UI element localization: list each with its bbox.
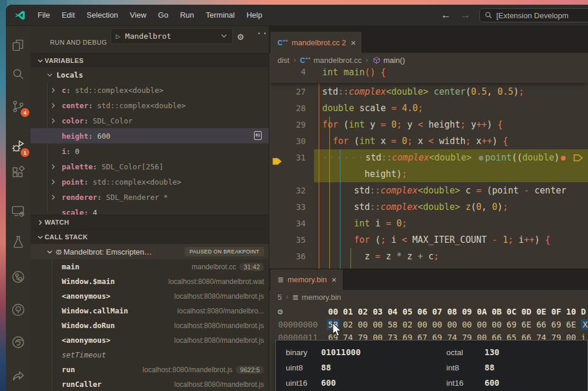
sticky-scroll-line[interactable]: 4int main() { — [269, 67, 588, 83]
code-line-28[interactable]: 28double scale = 4.0; — [269, 100, 588, 116]
variable-row-point[interactable]: point: std::complex<double> — [31, 174, 269, 189]
variable-row-c[interactable]: c: std::complex<double> — [31, 82, 269, 98]
breadcrumb-file[interactable]: mandelbrot.cc — [313, 56, 362, 65]
go-back-icon[interactable]: ← — [441, 9, 451, 21]
menu-file[interactable]: File — [32, 8, 56, 22]
menu-run[interactable]: Run — [174, 8, 200, 22]
code-line-35[interactable]: 35for (; i < MAX_ITER_COUNT - 1; i++) { — [269, 232, 588, 248]
tab-mandelbrot-cc[interactable]: C++ mandelbrot.cc 2 × — [270, 32, 362, 53]
hex-byte[interactable]: 00 — [446, 318, 460, 331]
variable-row-i[interactable]: i: 0 — [31, 143, 269, 159]
line-number: 31 — [280, 149, 306, 166]
activity-item-github[interactable] — [11, 302, 26, 318]
hex-byte[interactable]: 6E — [565, 318, 580, 331]
code-line-37[interactable]: 37if (std::abs(z) > 2.0) break; — [269, 265, 588, 269]
menu-selection[interactable]: Selection — [81, 8, 123, 22]
code-line-30[interactable]: 30for (int x = 0; x < width; x++) { — [269, 133, 588, 149]
menu-edit[interactable]: Edit — [56, 8, 81, 22]
hex-byte[interactable]: 58 — [386, 318, 401, 331]
view-binary-icon[interactable]: 01 — [254, 131, 262, 140]
hex-byte[interactable]: 00 — [416, 318, 431, 331]
chevron-right-icon[interactable] — [48, 101, 58, 110]
watch-section-header[interactable]: WATCH — [31, 215, 269, 229]
activity-item-source-control[interactable]: 4 — [11, 99, 26, 114]
variable-row-renderer[interactable]: renderer: SDL_Renderer * — [31, 189, 269, 205]
variables-section-header[interactable]: VARIABLES — [31, 53, 269, 68]
hex-byte[interactable]: 02 — [342, 318, 356, 331]
memory-breadcrumb[interactable]: 5 › ≣ memory.bin — [269, 290, 588, 304]
hex-byte[interactable]: 6E — [520, 318, 535, 331]
breadcrumb-symbol[interactable]: main() — [383, 56, 405, 65]
stack-frame-row[interactable]: Window.callMainlocalhost:8080/mandelbro.… — [31, 303, 269, 318]
breadcrumb-folder[interactable]: dist — [278, 56, 289, 65]
start-debug-icon[interactable]: ▷ — [116, 32, 121, 41]
chevron-right-icon[interactable] — [48, 192, 58, 202]
chevron-right-icon[interactable] — [48, 116, 58, 125]
breadcrumb[interactable]: dist › C++ mandelbrot.cc › main() — [269, 53, 588, 67]
activity-item-live-share[interactable] — [11, 369, 26, 384]
stack-frame-row[interactable]: Window.$mainlocalhost:8080/mandelbrot.wa… — [31, 274, 269, 289]
debug-session-row[interactable]: Mandelbrot: Emscripten… PAUSED ON BREAKP… — [31, 244, 269, 259]
call-stack-section-header[interactable]: CALL STACK — [31, 229, 269, 244]
stack-frame-row[interactable]: <anonymous>localhost:8080/mandelbrot.js — [31, 289, 269, 303]
code-line-34[interactable]: 34int i = 0; — [269, 215, 588, 232]
chevron-right-icon[interactable] — [48, 177, 58, 186]
activity-item-testing[interactable] — [11, 235, 26, 250]
activity-item-run-and-debug[interactable]: 1 — [11, 139, 26, 154]
stack-frame-row[interactable]: <anonymous>localhost:8080/mandelbrot.js — [31, 333, 269, 347]
activity-item-remote-explorer[interactable] — [11, 203, 26, 219]
activity-item-gitlens[interactable] — [11, 269, 26, 285]
stack-frame-row[interactable]: mainmandelbrot.cc31:42 — [31, 259, 269, 274]
command-center-search[interactable]: [Extension Developm — [479, 8, 588, 22]
close-icon[interactable]: × — [332, 275, 337, 285]
chevron-right-icon[interactable] — [48, 85, 58, 95]
hex-byte[interactable]: 69 — [506, 318, 520, 331]
menu-terminal[interactable]: Terminal — [200, 8, 240, 22]
code-text: std::complex<double> c = (point - center — [354, 182, 566, 199]
hex-byte[interactable]: 00 — [461, 318, 476, 331]
stack-frame-row[interactable]: runCallerlocalhost:8080/mandelbrot.js — [31, 377, 269, 391]
hex-byte[interactable]: 00 — [476, 318, 490, 331]
inline-breakpoint-dot-icon[interactable] — [479, 156, 483, 161]
menu-go[interactable]: Go — [152, 8, 174, 22]
code-line-31[interactable]: 31······std::complex<double> point((doub… — [269, 149, 588, 166]
breadcrumb-item[interactable]: 5 — [278, 293, 282, 302]
locals-group[interactable]: Locals — [31, 68, 269, 82]
activity-item-extensions[interactable] — [11, 165, 26, 181]
activity-item-search[interactable] — [11, 67, 26, 82]
stack-frame-row[interactable]: runlocalhost:8080/mandelbrot.js9622:5 — [31, 362, 269, 377]
code-line-33[interactable]: 33std::complex<double> z(0, 0); — [269, 199, 588, 215]
stack-frame-row[interactable]: setTimeout — [31, 347, 269, 362]
code-line-36[interactable]: 36z = z * z + c; — [269, 248, 588, 265]
launch-config-dropdown[interactable]: ▷ Mandelbrot — [111, 28, 233, 44]
stack-frame-row[interactable]: Window.doRunlocalhost:8080/mandelbrot.js — [31, 318, 269, 333]
hex-byte[interactable]: 69 — [550, 318, 564, 331]
variable-row-color[interactable]: color: SDL_Color — [31, 113, 269, 128]
inline-breakpoint-dot-icon[interactable] — [561, 156, 566, 161]
code-line-29[interactable]: 29for (int y = 0; y < height; y++) { — [269, 116, 588, 133]
hex-byte[interactable]: 00 — [431, 318, 446, 331]
chevron-right-icon[interactable] — [48, 162, 58, 171]
tab-memory-bin[interactable]: ≣ memory.bin × — [270, 269, 343, 290]
hex-byte[interactable]: 00 — [357, 318, 372, 331]
breadcrumb-item[interactable]: memory.bin — [302, 293, 341, 302]
hex-byte[interactable]: 00 — [490, 318, 505, 331]
variable-row-scale[interactable]: scale: 4 — [31, 205, 269, 215]
variable-row-center[interactable]: center: std::complex<double> — [31, 98, 269, 113]
hex-byte[interactable]: 02 — [401, 318, 416, 331]
code-line-27[interactable]: 27std::complex<double> center(0.5, 0.5); — [269, 83, 588, 100]
hex-byte[interactable]: 66 — [535, 318, 550, 331]
activity-item-explorer[interactable] — [11, 38, 26, 53]
activity-item-edge-devtools[interactable] — [11, 335, 26, 350]
go-forward-icon[interactable]: → — [460, 9, 470, 21]
menu-help[interactable]: Help — [240, 8, 268, 22]
hex-byte[interactable]: 00 — [372, 318, 386, 331]
code-line-32[interactable]: 32std::complex<double> c = (point - cent… — [269, 182, 588, 199]
menu-view[interactable]: View — [124, 8, 152, 22]
code-line-wrap[interactable]: height); — [269, 166, 588, 182]
variable-row-height[interactable]: height: 60001 — [31, 128, 269, 143]
code-editor[interactable]: 4int main() { 27std::complex<double> cen… — [269, 67, 588, 269]
close-icon[interactable]: × — [351, 38, 356, 48]
variable-row-palette[interactable]: palette: SDL_Color[256] — [31, 159, 269, 174]
gear-icon[interactable]: ⚙ — [238, 31, 243, 42]
